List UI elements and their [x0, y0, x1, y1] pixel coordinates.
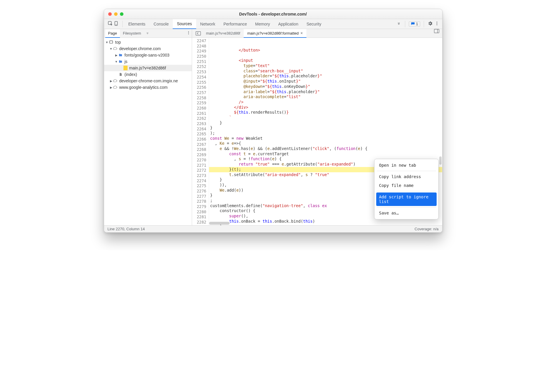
svg-point-3: [436, 22, 437, 23]
frame-icon: [109, 40, 113, 45]
settings-icon[interactable]: [428, 21, 433, 27]
statusbar: Line 2270, Column 14 Coverage: n/a: [104, 225, 442, 232]
context-open-new-tab[interactable]: Open in new tab: [376, 161, 437, 170]
body: Page Filesystem ▼ top ▼ develop: [104, 29, 442, 225]
svg-point-7: [188, 33, 189, 33]
tree-row-index[interactable]: (index): [104, 71, 192, 78]
toolbar: ElementsConsoleSourcesNetworkPerformance…: [104, 19, 442, 29]
sidebar-options-icon[interactable]: [186, 30, 191, 36]
main-tab-network[interactable]: Network: [196, 19, 219, 29]
file-tabs: main.js?v=e382d86fmain.js?v=e382d86f:for…: [192, 29, 442, 38]
sidebar-tab-filesystem[interactable]: Filesystem: [120, 29, 144, 38]
messages-badge[interactable]: 1: [409, 21, 420, 27]
tree-row-top[interactable]: ▼ top: [104, 39, 192, 45]
tree-row-js[interactable]: ▼ js: [104, 58, 192, 65]
file-tab[interactable]: main.js?v=e382d86f: [203, 29, 244, 38]
main-tab-sources[interactable]: Sources: [173, 19, 196, 29]
context-save-as[interactable]: Save as…: [376, 209, 437, 217]
svg-rect-10: [196, 31, 200, 35]
horizontal-scrollbar[interactable]: [209, 222, 230, 225]
tree-row-mainjs[interactable]: main.js?v=e382d86f: [104, 65, 192, 71]
main-tab-memory[interactable]: Memory: [251, 19, 274, 29]
more-options-icon[interactable]: [435, 21, 439, 27]
status-coverage: Coverage: n/a: [415, 227, 439, 231]
main-tab-security[interactable]: Security: [302, 19, 325, 29]
tree-row-domain3[interactable]: ▶ www.google-analytics.com: [104, 84, 192, 91]
titlebar: DevTools - developer.chrome.com/: [104, 9, 442, 19]
tree-row-domain2[interactable]: ▶ developer-chrome-com.imgix.ne: [104, 78, 192, 84]
close-window-button[interactable]: [108, 12, 112, 16]
more-tabs-icon[interactable]: [394, 21, 403, 26]
svg-point-6: [188, 31, 189, 32]
device-toolbar-icon[interactable]: [113, 21, 119, 27]
js-file-icon: [123, 66, 128, 70]
file-tab[interactable]: main.js?v=e382d86f:formatted×: [244, 29, 306, 38]
nav-history-icon[interactable]: [194, 29, 203, 38]
content-pane: main.js?v=e382d86fmain.js?v=e382d86f:for…: [192, 29, 442, 225]
devtools-window: DevTools - developer.chrome.com/ Element…: [104, 9, 442, 233]
sidebar-tabs: Page Filesystem: [104, 29, 192, 38]
window-controls: [104, 12, 123, 16]
status-cursor: Line 2270, Column 14: [108, 227, 145, 231]
context-ignore-list[interactable]: Add script to ignore list: [376, 192, 437, 206]
main-tab-application[interactable]: Application: [274, 19, 303, 29]
line-gutter: 2247224822492250225122522253225422552256…: [192, 38, 209, 225]
collapse-pane-icon[interactable]: [431, 29, 442, 38]
code-editor[interactable]: 2247224822492250225122522253225422552256…: [192, 38, 442, 225]
minimize-window-button[interactable]: [114, 12, 118, 16]
cloud-icon: [113, 85, 118, 90]
messages-count: 1: [416, 22, 418, 26]
main-tab-console[interactable]: Console: [150, 19, 173, 29]
zoom-window-button[interactable]: [120, 12, 123, 16]
tree-row-domain1[interactable]: ▼ developer.chrome.com: [104, 45, 192, 52]
file-tree: ▼ top ▼ developer.chrome.com ▶ fonts/goo…: [104, 38, 192, 225]
cloud-icon: [113, 46, 118, 51]
svg-rect-9: [109, 41, 113, 43]
folder-icon: [118, 53, 123, 57]
svg-point-4: [436, 23, 437, 24]
svg-point-5: [436, 24, 437, 25]
document-icon: [118, 72, 123, 77]
window-title: DevTools - developer.chrome.com/: [104, 12, 442, 16]
context-menu: Open in new tab Copy link address Copy f…: [374, 159, 439, 219]
main-tab-elements[interactable]: Elements: [124, 19, 150, 29]
sidebar-more-tabs-icon[interactable]: [144, 31, 151, 36]
vertical-scrollbar[interactable]: [439, 156, 442, 165]
sidebar: Page Filesystem ▼ top ▼ develop: [104, 29, 192, 225]
svg-rect-11: [434, 29, 439, 33]
main-tabs: ElementsConsoleSourcesNetworkPerformance…: [124, 19, 394, 29]
tree-row-fonts[interactable]: ▶ fonts/google-sans-v2003: [104, 52, 192, 58]
main-tab-performance[interactable]: Performance: [219, 19, 251, 29]
context-copy-link[interactable]: Copy link address: [376, 172, 437, 181]
svg-point-8: [188, 34, 189, 34]
context-copy-file[interactable]: Copy file name: [376, 181, 437, 190]
inspect-element-icon[interactable]: [108, 21, 113, 27]
cloud-icon: [113, 79, 118, 83]
folder-icon: [118, 59, 123, 64]
close-tab-icon[interactable]: ×: [300, 31, 303, 35]
sidebar-tab-page[interactable]: Page: [105, 29, 120, 38]
